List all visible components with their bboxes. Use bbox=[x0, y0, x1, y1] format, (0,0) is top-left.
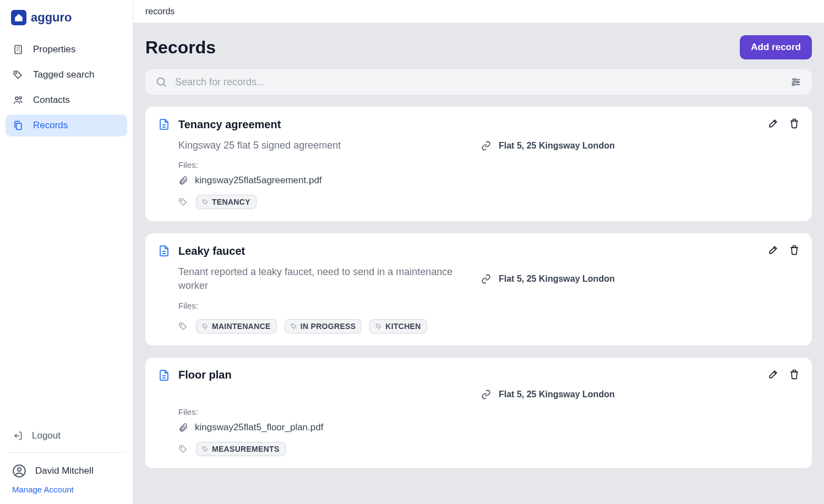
delete-button[interactable] bbox=[789, 244, 800, 255]
file-name: kingsway25flat5_floor_plan.pdf bbox=[195, 422, 323, 433]
linked-property[interactable]: Flat 5, 25 Kingsway London bbox=[481, 139, 615, 152]
delete-button[interactable] bbox=[789, 369, 800, 380]
page-header: Records Add record bbox=[133, 23, 824, 69]
record-card: Tenancy agreementKingsway 25 flat 5 sign… bbox=[145, 107, 812, 221]
document-icon bbox=[157, 369, 171, 382]
logo[interactable]: agguro bbox=[0, 0, 133, 34]
tags-row: MEASUREMENTS bbox=[178, 442, 800, 456]
svg-point-13 bbox=[181, 447, 182, 448]
edit-button[interactable] bbox=[768, 369, 779, 380]
tag-label: IN PROGRESS bbox=[301, 322, 356, 331]
tag-label: MAINTENANCE bbox=[212, 322, 271, 331]
main: records Records Add record Tenancy agree… bbox=[133, 0, 824, 504]
svg-point-7 bbox=[157, 78, 165, 85]
delete-button[interactable] bbox=[789, 118, 800, 129]
logout-label: Logout bbox=[32, 430, 61, 441]
manage-account-link[interactable]: Manage Account bbox=[6, 484, 127, 494]
linked-property-label: Flat 5, 25 Kingsway London bbox=[499, 390, 615, 399]
record-card: Leaky faucetTenant reported a leaky fauc… bbox=[145, 233, 812, 345]
file-name: kingsway25flat5agreement.pdf bbox=[195, 175, 322, 186]
link-icon bbox=[481, 390, 491, 399]
search-icon bbox=[155, 76, 167, 88]
sidebar-bottom: Logout David Mitchell Manage Account bbox=[0, 420, 133, 504]
file-row[interactable]: kingsway25flat5_floor_plan.pdf bbox=[178, 422, 800, 433]
tag-icon bbox=[12, 69, 24, 80]
logo-icon bbox=[11, 10, 26, 25]
file-row[interactable]: kingsway25flat5agreement.pdf bbox=[178, 175, 800, 186]
svg-rect-0 bbox=[15, 46, 21, 54]
linked-property[interactable]: Flat 5, 25 Kingsway London bbox=[481, 390, 615, 399]
people-icon bbox=[12, 95, 24, 106]
add-record-button[interactable]: Add record bbox=[740, 35, 812, 59]
record-card: Floor planFlat 5, 25 Kingsway LondonFile… bbox=[145, 358, 812, 468]
linked-property-label: Flat 5, 25 Kingsway London bbox=[499, 274, 615, 284]
record-description: Tenant reported a leaky faucet, need to … bbox=[178, 265, 465, 293]
link-icon bbox=[481, 141, 491, 151]
avatar-icon bbox=[12, 464, 26, 478]
records-list: Tenancy agreementKingsway 25 flat 5 sign… bbox=[133, 107, 824, 480]
record-description bbox=[178, 390, 465, 399]
tag-dot-icon bbox=[202, 446, 209, 452]
svg-rect-4 bbox=[17, 123, 21, 130]
record-title: Floor plan bbox=[178, 369, 232, 381]
tag-pill[interactable]: KITCHEN bbox=[369, 319, 427, 333]
svg-point-9 bbox=[796, 81, 799, 83]
tag-icon bbox=[178, 321, 188, 331]
svg-point-11 bbox=[181, 200, 182, 201]
tag-pill[interactable]: IN PROGRESS bbox=[285, 319, 362, 333]
paperclip-icon bbox=[178, 423, 188, 432]
paperclip-icon bbox=[178, 176, 188, 185]
svg-point-2 bbox=[15, 97, 18, 100]
tag-icon bbox=[178, 197, 188, 207]
user-profile[interactable]: David Mitchell bbox=[6, 458, 127, 484]
tags-row: TENANCY bbox=[178, 195, 800, 209]
tag-dot-icon bbox=[291, 323, 297, 330]
files-label: Files: bbox=[178, 407, 800, 417]
tags-row: MAINTENANCEIN PROGRESSKITCHEN bbox=[178, 319, 800, 333]
linked-property-label: Flat 5, 25 Kingsway London bbox=[499, 141, 615, 151]
linked-property[interactable]: Flat 5, 25 Kingsway London bbox=[481, 265, 615, 293]
svg-point-10 bbox=[793, 84, 795, 86]
tag-label: MEASUREMENTS bbox=[212, 445, 280, 453]
tag-label: TENANCY bbox=[212, 198, 250, 206]
edit-button[interactable] bbox=[768, 118, 779, 129]
svg-point-6 bbox=[18, 468, 21, 472]
logout-icon bbox=[12, 430, 23, 441]
record-title: Tenancy agreement bbox=[178, 118, 281, 131]
svg-point-1 bbox=[15, 73, 17, 74]
tag-pill[interactable]: MAINTENANCE bbox=[196, 319, 277, 333]
building-icon bbox=[12, 44, 24, 55]
sidebar-item-properties[interactable]: Properties bbox=[6, 39, 127, 61]
svg-point-12 bbox=[181, 324, 182, 325]
filter-icon[interactable] bbox=[790, 76, 802, 88]
logout-button[interactable]: Logout bbox=[6, 425, 127, 447]
sidebar-item-label: Properties bbox=[33, 44, 75, 55]
tag-pill[interactable]: TENANCY bbox=[196, 195, 257, 209]
record-title: Leaky faucet bbox=[178, 245, 245, 258]
record-description: Kingsway 25 flat 5 signed agreement bbox=[178, 139, 465, 152]
tag-label: KITCHEN bbox=[385, 322, 421, 331]
breadcrumb-text: records bbox=[145, 7, 174, 17]
search-input[interactable] bbox=[175, 76, 782, 88]
edit-button[interactable] bbox=[768, 244, 779, 255]
tag-icon bbox=[178, 444, 188, 454]
user-name: David Mitchell bbox=[35, 465, 94, 476]
files-label: Files: bbox=[178, 301, 800, 310]
search-bar bbox=[145, 69, 812, 95]
tag-dot-icon bbox=[375, 323, 382, 330]
files-label: Files: bbox=[178, 160, 800, 169]
tag-pill[interactable]: MEASUREMENTS bbox=[196, 442, 286, 456]
tag-dot-icon bbox=[202, 323, 209, 330]
copy-icon bbox=[12, 120, 24, 131]
svg-point-3 bbox=[19, 97, 21, 99]
svg-point-8 bbox=[793, 79, 795, 81]
sidebar-nav: Properties Tagged search Contacts Record… bbox=[0, 34, 133, 420]
sidebar-item-label: Records bbox=[33, 120, 68, 131]
sidebar-item-records[interactable]: Records bbox=[6, 114, 127, 136]
divider bbox=[8, 452, 125, 453]
link-icon bbox=[481, 274, 491, 284]
sidebar-item-tagged-search[interactable]: Tagged search bbox=[6, 64, 127, 86]
sidebar-item-contacts[interactable]: Contacts bbox=[6, 89, 127, 111]
tag-dot-icon bbox=[202, 199, 209, 205]
logo-text: agguro bbox=[31, 10, 72, 25]
